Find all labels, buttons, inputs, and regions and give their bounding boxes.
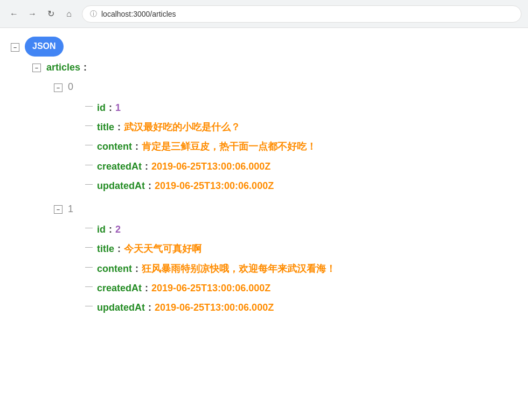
article-0-content-row: content : 肯定是三鲜豆皮，热干面一点都不好吃！ bbox=[11, 137, 517, 156]
article-1-content-value: 狂风暴雨特别凉快哦，欢迎每年来武汉看海！ bbox=[142, 260, 336, 277]
root-expand-btn[interactable]: − bbox=[11, 43, 19, 52]
article-0-content-colon: : bbox=[135, 138, 138, 155]
article-0-createdat-row: createdAt : 2019-06-25T13:00:06.000Z bbox=[11, 157, 517, 176]
back-button[interactable]: ← bbox=[6, 6, 22, 22]
article-1-id-colon: : bbox=[109, 221, 112, 238]
article-1-id-row: id : 2 bbox=[11, 220, 517, 239]
article-1-updatedat-key: updatedAt bbox=[97, 299, 145, 316]
article-0-index: 0 bbox=[68, 78, 73, 95]
article-1-id-value: 2 bbox=[115, 221, 121, 238]
article-1-createdat-row: createdAt : 2019-06-25T13:00:06.000Z bbox=[11, 278, 517, 298]
root-row: − JSON bbox=[11, 37, 517, 57]
article-0-content-value: 肯定是三鲜豆皮，热干面一点都不好吃！ bbox=[142, 138, 316, 155]
article-1-expand-btn[interactable]: − bbox=[54, 205, 62, 214]
nav-buttons: ← → ↻ ⌂ bbox=[6, 6, 77, 22]
article-0-updatedat-row: updatedAt : 2019-06-25T13:00:06.000Z bbox=[11, 176, 517, 195]
article-0-title-key: title bbox=[97, 118, 114, 136]
article-1-updatedat-row: updatedAt : 2019-06-25T13:00:06.000Z bbox=[11, 298, 517, 317]
article-1-title-key: title bbox=[97, 240, 114, 257]
article-0-id-key: id bbox=[97, 99, 106, 116]
article-0-content-key: content bbox=[97, 138, 132, 155]
article-1-updatedat-value: 2019-06-25T13:00:06.000Z bbox=[155, 299, 274, 316]
article-0-index-row: − 0 bbox=[11, 78, 517, 95]
reload-button[interactable]: ↻ bbox=[43, 6, 58, 22]
article-1-index: 1 bbox=[68, 200, 73, 218]
forward-button[interactable]: → bbox=[25, 6, 40, 22]
article-0-expand-btn[interactable]: − bbox=[54, 83, 62, 92]
article-0-title-colon: : bbox=[117, 118, 121, 136]
article-0-id-row: id : 1 bbox=[11, 98, 517, 117]
address-bar[interactable]: ⓘ localhost:3000/articles bbox=[82, 5, 522, 23]
article-1-updatedat-colon: : bbox=[148, 299, 151, 316]
article-1-content-colon: : bbox=[135, 260, 138, 277]
article-0-id-value: 1 bbox=[115, 99, 121, 116]
articles-row: − articles : bbox=[11, 59, 517, 76]
article-0-updatedat-key: updatedAt bbox=[97, 177, 145, 194]
article-0-title-value: 武汉最好吃的小吃是什么？ bbox=[124, 118, 240, 136]
article-1-content-key: content bbox=[97, 260, 132, 277]
article-0-updatedat-colon: : bbox=[148, 177, 151, 194]
article-1-content-row: content : 狂风暴雨特别凉快哦，欢迎每年来武汉看海！ bbox=[11, 259, 517, 278]
articles-colon: : bbox=[84, 59, 87, 76]
json-viewer: − JSON − articles : − 0 id : 1 title : 武… bbox=[0, 28, 528, 326]
article-1: − 1 id : 2 title : 今天天气可真好啊 content : 狂风… bbox=[11, 200, 517, 318]
article-1-title-row: title : 今天天气可真好啊 bbox=[11, 239, 517, 258]
home-button[interactable]: ⌂ bbox=[61, 6, 77, 22]
articles-key: articles bbox=[46, 59, 80, 76]
article-1-title-colon: : bbox=[117, 240, 121, 257]
article-1-id-key: id bbox=[97, 221, 106, 238]
article-0-updatedat-value: 2019-06-25T13:00:06.000Z bbox=[155, 177, 274, 194]
json-badge: JSON bbox=[25, 37, 64, 57]
url-text: localhost:3000/articles bbox=[101, 10, 176, 18]
browser-chrome: ← → ↻ ⌂ ⓘ localhost:3000/articles bbox=[0, 0, 528, 28]
article-0-createdat-value: 2019-06-25T13:00:06.000Z bbox=[151, 158, 270, 175]
article-0-id-colon: : bbox=[109, 99, 112, 116]
articles-expand-btn[interactable]: − bbox=[32, 64, 41, 72]
article-1-index-row: − 1 bbox=[11, 200, 517, 218]
article-1-title-value: 今天天气可真好啊 bbox=[124, 240, 202, 257]
article-1-createdat-colon: : bbox=[145, 279, 148, 297]
article-0-createdat-key: createdAt bbox=[97, 158, 142, 175]
article-0-title-row: title : 武汉最好吃的小吃是什么？ bbox=[11, 117, 517, 137]
article-1-createdat-key: createdAt bbox=[97, 279, 142, 297]
info-icon: ⓘ bbox=[90, 9, 97, 19]
article-0-createdat-colon: : bbox=[145, 158, 148, 175]
article-0: − 0 id : 1 title : 武汉最好吃的小吃是什么？ content … bbox=[11, 78, 517, 195]
article-1-createdat-value: 2019-06-25T13:00:06.000Z bbox=[151, 279, 270, 297]
